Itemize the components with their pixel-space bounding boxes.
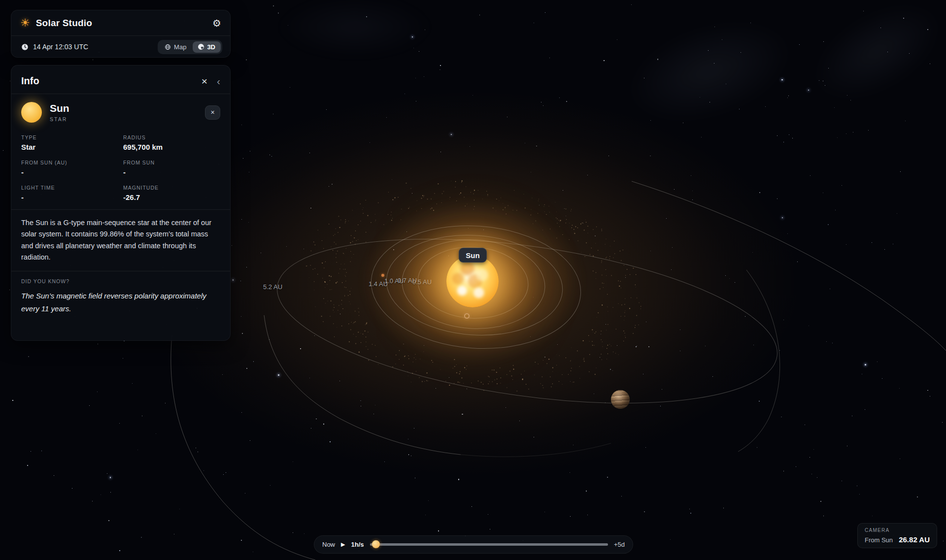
orbit-outer-left-fade [461, 443, 611, 457]
play-button[interactable]: ▶ [341, 541, 345, 548]
timeline-end-label: +5d [614, 541, 625, 548]
info-panel: Info × ‹ Sun STAR × TYPE Star RADIUS 695… [11, 65, 231, 341]
timeline-slider-knob[interactable] [372, 540, 380, 548]
object-description: The Sun is a G-type main-sequence star a… [11, 210, 230, 271]
did-you-know-label: DID YOU KNOW? [21, 278, 220, 284]
camera-panel-title: CAMERA [865, 527, 930, 533]
info-panel-title: Info [21, 75, 202, 87]
stat-label: TYPE [21, 134, 118, 140]
stat-label: FROM SUN (AU) [21, 160, 118, 165]
stat-value: Star [21, 143, 118, 151]
stat-type: TYPE Star [21, 134, 118, 151]
stat-value: -26.7 [123, 193, 220, 201]
app-logo-sun-icon: ☀ [20, 18, 30, 29]
selected-object-tooltip: Sun [459, 248, 487, 263]
stat-radius: RADIUS 695,700 km [123, 134, 220, 151]
tooltip-label: Sun [466, 251, 479, 260]
stat-label: RADIUS [123, 134, 220, 140]
object-name: Sun [50, 102, 197, 114]
stat-magnitude: MAGNITUDE -26.7 [123, 185, 220, 201]
map-view-label: Map [174, 43, 186, 51]
camera-distance-value: 26.82 AU [899, 535, 930, 544]
sun-avatar [21, 102, 42, 123]
globe-icon [165, 44, 171, 50]
datetime-label: 14 Apr 12:03 UTC [33, 43, 153, 51]
stat-value: 695,700 km [123, 143, 220, 151]
stat-value: - [123, 168, 220, 176]
stat-value: - [21, 193, 118, 201]
clock-icon [21, 43, 29, 51]
orbit-outer-top-right [632, 181, 946, 351]
app-header-panel: ☀ Solar Studio ⚙ 14 Apr 12:03 UTC Map 3D [11, 10, 231, 58]
orbit-outer-left-far [171, 335, 315, 560]
stat-value: - [21, 168, 118, 176]
timeline-slider-track[interactable] [370, 543, 608, 546]
orbit-outer-right-limb [738, 270, 780, 452]
planet-dot[interactable] [381, 274, 384, 277]
did-you-know-text: The Sun’s magnetic field reverses polari… [21, 290, 220, 316]
sun-body[interactable] [446, 255, 499, 307]
collapse-chevron-left-icon[interactable]: ‹ [217, 76, 220, 86]
stat-from-sun: FROM SUN - [123, 160, 220, 176]
app-title: Solar Studio [36, 18, 206, 29]
timeline-bar: Now ▶ 1h/s +5d [314, 535, 633, 554]
stat-label: MAGNITUDE [123, 185, 220, 191]
orbit-label-5-2-au: 5.2 AU [263, 283, 282, 291]
planet-jupiter[interactable] [611, 390, 630, 409]
stat-label: FROM SUN [123, 160, 220, 165]
3d-view-label: 3D [207, 43, 215, 51]
stat-from-sun-au: FROM SUN (AU) - [21, 160, 118, 176]
map-view-button[interactable]: Map [159, 41, 192, 53]
3d-sphere-icon [198, 44, 204, 50]
app-window: 5.2 AU 1.4 AU 1.0 AU 0.7 AU 0.5 AU Sun ☀… [0, 0, 946, 560]
did-you-know-section: DID YOU KNOW? The Sun’s magnetic field r… [11, 271, 230, 325]
object-type-badge: STAR [50, 116, 197, 122]
planet-marker-ring[interactable] [464, 313, 470, 319]
camera-panel: CAMERA From Sun 26.82 AU [857, 523, 937, 548]
view-mode-toggle: Map 3D [158, 40, 222, 54]
speed-label: 1h/s [351, 541, 364, 548]
object-stats-grid: TYPE Star RADIUS 695,700 km FROM SUN (AU… [11, 131, 230, 209]
now-button[interactable]: Now [322, 541, 335, 548]
stat-light-time: LIGHT TIME - [21, 185, 118, 201]
settings-gear-icon[interactable]: ⚙ [212, 18, 221, 28]
close-icon[interactable]: × [202, 76, 207, 86]
camera-mode-label: From Sun [865, 536, 893, 544]
deselect-object-button[interactable]: × [205, 105, 220, 120]
3d-view-button[interactable]: 3D [193, 41, 221, 53]
stat-label: LIGHT TIME [21, 185, 118, 191]
